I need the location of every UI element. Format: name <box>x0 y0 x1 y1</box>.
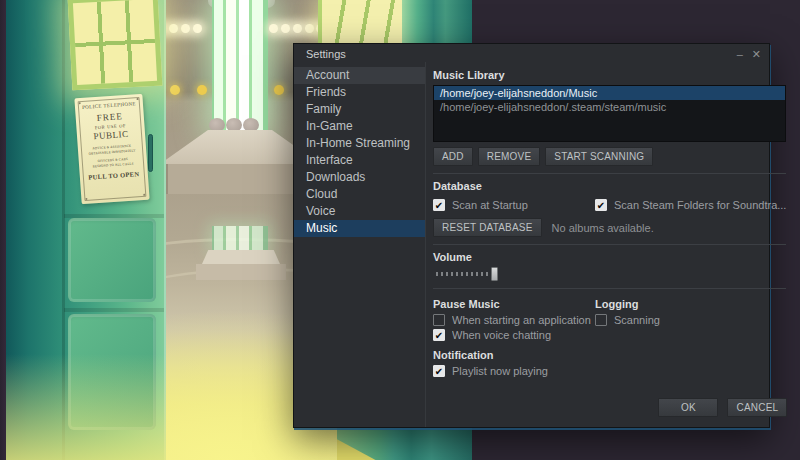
library-path-row[interactable]: /home/joey-elijahsneddon/.steam/steam/mu… <box>434 100 785 114</box>
ceiling-light <box>169 24 178 33</box>
volume-tick <box>441 272 443 276</box>
section-title-pause-music: Pause Music <box>433 298 595 310</box>
checkbox-scanning[interactable]: Scanning <box>595 314 786 326</box>
volume-tick <box>436 272 438 276</box>
checkbox-unchecked-icon[interactable] <box>433 314 445 326</box>
checkbox-checked-icon[interactable]: ✔ <box>433 365 445 377</box>
sidebar-item-music[interactable]: Music <box>294 220 425 237</box>
checkbox-label: Scan Steam Folders for Soundtra... <box>614 199 786 211</box>
door-window <box>318 0 402 44</box>
volume-tick <box>451 272 453 276</box>
checkbox-playlist-now-playing[interactable]: ✔Playlist now playing <box>433 365 786 377</box>
glowing-column <box>212 0 268 132</box>
logging-column: Logging Scanning <box>595 295 786 344</box>
wall-light <box>197 85 207 95</box>
ceiling-light <box>281 24 290 33</box>
remove-button[interactable]: REMOVE <box>478 147 541 166</box>
volume-tick <box>446 272 448 276</box>
checkbox-when-starting-an-application[interactable]: When starting an application <box>433 314 595 326</box>
door-rail <box>64 308 164 312</box>
settings-dialog: Settings – ✕ AccountFriendsFamilyIn-Game… <box>293 43 770 428</box>
sign-text: FREE <box>79 110 140 124</box>
checkbox-label: Playlist now playing <box>452 365 548 377</box>
sign-text: FOR USE OF <box>80 122 140 131</box>
volume-tick <box>476 272 478 276</box>
sidebar-item-in-game[interactable]: In-Game <box>294 118 425 135</box>
dialog-body: AccountFriendsFamilyIn-GameIn-Home Strea… <box>294 62 769 427</box>
checkbox-checked-icon[interactable]: ✔ <box>433 199 445 211</box>
sign-text: PULL TO OPEN <box>84 170 144 181</box>
sidebar-item-friends[interactable]: Friends <box>294 84 425 101</box>
notification-options: ✔Playlist now playing <box>433 365 786 377</box>
pause-music-column: Pause Music When starting an application… <box>433 295 595 344</box>
desktop: POLICE TELEPHONE FREE FOR USE OF PUBLIC … <box>0 0 800 460</box>
reset-row: RESET DATABASE No albums available. <box>433 218 786 237</box>
volume-slider[interactable] <box>434 267 574 281</box>
cancel-button[interactable]: CANCEL <box>727 398 787 417</box>
section-title-volume: Volume <box>433 251 786 263</box>
checkbox-scan-steam-folders-for-soundtra[interactable]: ✔Scan Steam Folders for Soundtra... <box>595 199 786 211</box>
close-icon[interactable]: ✕ <box>752 49 761 59</box>
dialog-title: Settings <box>306 48 728 60</box>
albums-status-text: No albums available. <box>552 222 654 234</box>
reset-database-button[interactable]: RESET DATABASE <box>433 218 542 237</box>
ok-button[interactable]: OK <box>658 398 718 417</box>
sign-text: RESPOND TO ALL CALLS <box>83 160 143 169</box>
volume-tick <box>481 272 483 276</box>
pause-music-options: When starting an application✔When voice … <box>433 314 595 341</box>
police-box-sign: POLICE TELEPHONE FREE FOR USE OF PUBLIC … <box>74 94 149 204</box>
library-path-row[interactable]: /home/joey-elijahsneddon/Music <box>434 86 785 100</box>
door-panel <box>68 218 156 302</box>
checkbox-scan-at-startup[interactable]: ✔Scan at Startup <box>433 199 595 211</box>
checkbox-checked-icon[interactable]: ✔ <box>433 329 445 341</box>
checkbox-when-voice-chatting[interactable]: ✔When voice chatting <box>433 329 595 341</box>
database-option-left: ✔Scan at Startup <box>433 196 595 214</box>
titlebar[interactable]: Settings – ✕ <box>294 44 769 62</box>
sidebar-item-account[interactable]: Account <box>294 67 425 84</box>
sidebar-item-family[interactable]: Family <box>294 101 425 118</box>
checkbox-label: Scanning <box>614 314 660 326</box>
sidebar: AccountFriendsFamilyIn-GameIn-Home Strea… <box>294 62 426 427</box>
minimize-icon[interactable]: – <box>737 49 743 59</box>
tardis-right-door-bottom <box>337 428 472 460</box>
tardis-right-door-top <box>318 0 472 44</box>
ceiling-light <box>181 24 190 33</box>
volume-tick <box>471 272 473 276</box>
divider <box>433 288 786 289</box>
ceiling-light <box>193 24 202 33</box>
section-title-music-library: Music Library <box>433 69 786 81</box>
checkbox-checked-icon[interactable]: ✔ <box>595 199 607 211</box>
divider <box>433 244 786 245</box>
checkbox-unchecked-icon[interactable] <box>595 314 607 326</box>
sidebar-item-cloud[interactable]: Cloud <box>294 186 425 203</box>
ceiling-light <box>269 24 278 33</box>
music-library-list[interactable]: /home/joey-elijahsneddon/Music/home/joey… <box>433 85 786 142</box>
library-buttons: ADD REMOVE START SCANNING <box>433 147 786 166</box>
volume-tick <box>461 272 463 276</box>
add-button[interactable]: ADD <box>433 147 473 166</box>
sign-text: PUBLIC <box>81 128 142 142</box>
volume-tick <box>486 272 488 276</box>
dialog-footer: OK CANCEL <box>658 398 787 417</box>
section-title-database: Database <box>433 180 786 192</box>
lower-column <box>212 226 268 252</box>
divider <box>433 173 786 174</box>
volume-tick <box>466 272 468 276</box>
volume-slider-handle[interactable] <box>491 267 498 281</box>
sign-text: OBTAINABLE IMMEDIATELY <box>82 147 142 156</box>
light-streak <box>337 428 407 460</box>
settings-content: Music Library /home/joey-elijahsneddon/M… <box>426 62 794 427</box>
checkbox-label: Scan at Startup <box>452 199 528 211</box>
wall-light <box>170 85 180 95</box>
checkbox-label: When voice chatting <box>452 329 551 341</box>
pause-logging-columns: Pause Music When starting an application… <box>433 295 786 344</box>
sidebar-item-downloads[interactable]: Downloads <box>294 169 425 186</box>
column-bottom-caps <box>209 118 259 132</box>
tardis-left-door: POLICE TELEPHONE FREE FOR USE OF PUBLIC … <box>6 0 166 460</box>
sidebar-item-in-home-streaming[interactable]: In-Home Streaming <box>294 135 425 152</box>
ceiling-light <box>305 24 314 33</box>
sidebar-item-voice[interactable]: Voice <box>294 203 425 220</box>
sidebar-item-interface[interactable]: Interface <box>294 152 425 169</box>
start-scanning-button[interactable]: START SCANNING <box>545 147 653 166</box>
logging-options: Scanning <box>595 314 786 326</box>
